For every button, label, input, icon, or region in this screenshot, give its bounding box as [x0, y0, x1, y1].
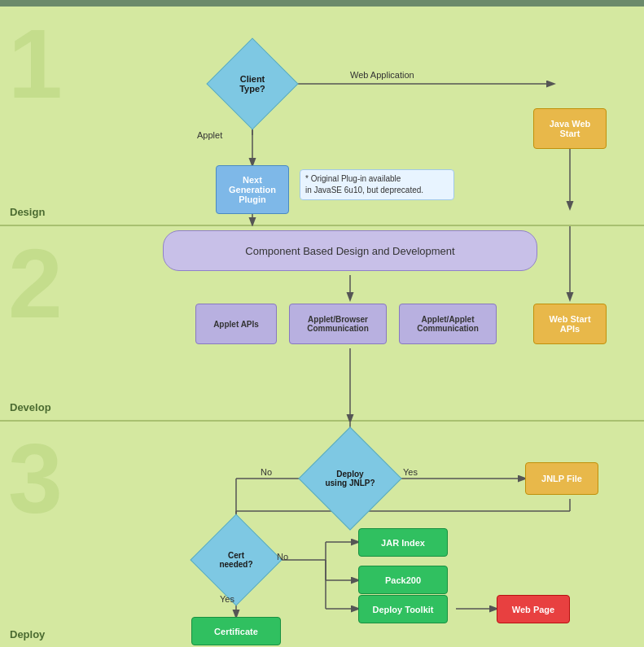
- deploy-jnlp-label: Deployusing JNLP?: [313, 442, 387, 515]
- note-box: * Original Plug-in availablein JavaSE 6u…: [300, 169, 454, 200]
- yes-label-cert: Yes: [220, 594, 234, 604]
- section-number-3: 3: [8, 430, 63, 527]
- yes-label-deploy: Yes: [403, 467, 418, 477]
- cert-needed-label: Certneeded?: [204, 527, 269, 592]
- deploy-toolkit-box: Deploy Toolkit: [358, 595, 448, 623]
- applet-label: Applet: [197, 130, 222, 140]
- client-type-label: ClientType?: [220, 51, 285, 116]
- section-develop: 2 Component Based Design and Development…: [0, 226, 644, 422]
- next-gen-plugin-box: NextGenerationPlugin: [216, 165, 289, 214]
- no-label-deploy: No: [261, 467, 272, 477]
- web-start-apis-box: Web StartAPIs: [533, 304, 607, 344]
- applet-applet-box: Applet/AppletCommunication: [399, 304, 497, 344]
- no-label-cert: No: [277, 552, 288, 562]
- applet-apis-box: Applet APIs: [195, 304, 277, 344]
- section-deploy: 3: [0, 422, 644, 647]
- section-label-2: Develop: [10, 401, 51, 413]
- applet-browser-box: Applet/BrowserCommunication: [289, 304, 387, 344]
- component-based-box: Component Based Design and Development: [163, 230, 537, 271]
- main-container: 1 ClientType? Web Application Applet: [0, 7, 644, 647]
- top-bar: [0, 0, 644, 7]
- web-page-box: Web Page: [497, 595, 570, 623]
- jnlp-file-box: JNLP File: [525, 462, 598, 495]
- jar-index-box: JAR Index: [358, 528, 448, 557]
- section-number-2: 2: [8, 234, 63, 332]
- web-app-label: Web Application: [350, 70, 414, 80]
- java-web-start-box: Java WebStart: [533, 108, 607, 149]
- section-label-1: Design: [10, 206, 45, 218]
- section-label-3: Deploy: [10, 628, 45, 640]
- certificate-box: Certificate: [191, 617, 281, 645]
- pack200-box: Pack200: [358, 566, 448, 594]
- section-design: 1 ClientType? Web Application Applet: [0, 7, 644, 226]
- section-number-1: 1: [8, 15, 63, 112]
